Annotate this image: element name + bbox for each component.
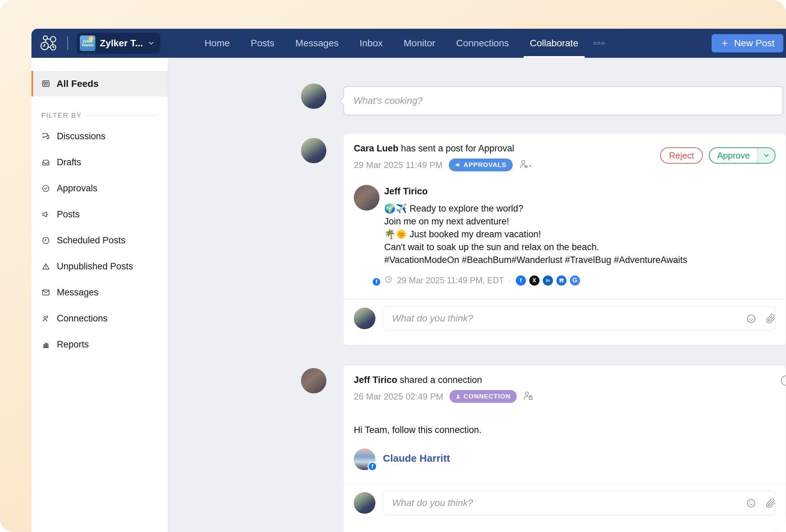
sidebar-item-reports[interactable]: Reports	[31, 332, 168, 358]
posts-icon	[41, 210, 50, 219]
filter-by-heading: FILTER BY	[31, 111, 168, 119]
approve-button[interactable]: Approve	[709, 147, 776, 164]
comment-input[interactable]	[392, 498, 731, 508]
sidebar-item-scheduled-posts[interactable]: Scheduled Posts	[31, 227, 168, 253]
facebook-badge-icon: f	[368, 462, 377, 471]
assignee-visibility-icon[interactable]	[519, 159, 532, 171]
nav-item-connections[interactable]: Connections	[446, 29, 519, 58]
avatar[interactable]	[354, 185, 379, 211]
avatar[interactable]	[301, 368, 326, 393]
comment-row	[344, 484, 786, 522]
zoho-social-logo-icon[interactable]	[40, 34, 61, 52]
badge-label: CONNECTION	[464, 393, 511, 400]
nav-item-collaborate[interactable]: Collaborate	[519, 29, 589, 58]
post-timestamp: 29 Mar 2025 11:49 PM	[354, 160, 443, 170]
new-post-button[interactable]: New Post	[712, 34, 783, 52]
post-title: Jeff Tirico shared a connection	[354, 375, 776, 385]
all-feeds-label: All Feeds	[56, 78, 98, 89]
divider	[67, 37, 68, 50]
avatar[interactable]	[354, 308, 375, 329]
facebook-icon[interactable]: f	[516, 275, 526, 286]
more-menu-icon[interactable]	[590, 29, 608, 58]
linkedin-icon[interactable]: in	[543, 275, 553, 286]
chevron-down-icon	[147, 40, 155, 47]
comment-input[interactable]	[392, 313, 731, 324]
brand-selector[interactable]: Zylker Travels Zylker T...	[77, 33, 160, 54]
unpublished-posts-icon	[41, 262, 50, 271]
post-text: 🌍✈️ Ready to explore the world? Join me …	[384, 202, 687, 266]
google-icon[interactable]: G	[570, 275, 580, 286]
reject-button[interactable]: Reject	[660, 147, 703, 164]
sidebar-item-approvals[interactable]: Approvals	[31, 175, 168, 201]
plus-icon	[720, 39, 729, 48]
shared-connection: f Claude Harritt	[344, 449, 786, 470]
inner-post-author[interactable]: Jeff Tirico	[384, 186, 687, 197]
dot-separator: ·	[508, 275, 511, 285]
composer-row	[301, 83, 786, 115]
filter-label: Reports	[57, 339, 89, 350]
nav-item-home[interactable]: Home	[194, 29, 240, 58]
composer-input[interactable]	[353, 95, 773, 106]
filter-label: Drafts	[57, 157, 81, 168]
post-action: shared a connection	[400, 375, 482, 385]
connection-post-card: Jeff Tirico shared a connection 26 Mar 2…	[343, 365, 786, 532]
feed-area: Cara Lueb has sent a post for Approval 2…	[168, 58, 786, 532]
sidebar-item-all-feeds[interactable]: All Feeds	[31, 71, 168, 96]
filter-label: Discussions	[57, 131, 106, 142]
nav-item-monitor[interactable]: Monitor	[393, 29, 445, 58]
nav-item-messages[interactable]: Messages	[285, 29, 349, 58]
filter-label: Posts	[57, 209, 80, 220]
inner-social-post: f Jeff Tirico 🌍✈️ Ready to explore the w…	[344, 185, 786, 286]
private-visibility-icon[interactable]	[523, 391, 534, 402]
all-feeds-icon	[41, 79, 50, 88]
author-name[interactable]: Cara Lueb	[354, 143, 398, 153]
chevron-down-icon	[763, 152, 770, 159]
emoji-icon[interactable]	[746, 314, 756, 324]
new-post-label: New Post	[734, 38, 775, 49]
filter-by-label: FILTER BY	[41, 111, 82, 119]
attachment-icon[interactable]	[766, 314, 776, 324]
filter-label: Connections	[57, 313, 108, 324]
filter-label: Scheduled Posts	[57, 235, 125, 246]
sidebar-item-discussions[interactable]: Discussions	[31, 123, 168, 149]
post-message: Hi Team, follow this connection.	[344, 425, 786, 435]
approve-label: Approve	[710, 148, 757, 163]
avatar[interactable]	[301, 83, 326, 109]
post-timestamp: 26 Mar 2025 02:49 PM	[354, 391, 443, 402]
connection-badge: CONNECTION	[449, 390, 517, 403]
brand-logo: Zylker Travels	[80, 35, 95, 51]
scheduled-posts-icon	[41, 236, 50, 245]
comment-row	[344, 299, 786, 337]
filter-label: Approvals	[57, 183, 97, 194]
x-icon[interactable]: X	[529, 275, 539, 286]
approve-options-toggle[interactable]	[757, 148, 775, 163]
app-window: Zylker Travels Zylker T... Home Posts Me…	[31, 29, 786, 532]
emoji-icon[interactable]	[746, 498, 756, 508]
facebook-badge-icon: f	[372, 277, 381, 287]
clock-icon	[384, 275, 393, 286]
messages-icon	[41, 288, 50, 297]
nav-item-inbox[interactable]: Inbox	[349, 29, 393, 58]
approvals-badge: APPROVALS	[449, 159, 513, 171]
nav-item-posts[interactable]: Posts	[240, 29, 285, 58]
sidebar-item-connections[interactable]: Connections	[31, 306, 168, 332]
primary-nav: Home Posts Messages Inbox Monitor Connec…	[194, 29, 608, 58]
post-title: Cara Lueb has sent a post for Approval	[354, 143, 660, 154]
sidebar-item-posts[interactable]: Posts	[31, 201, 168, 227]
connection-profile-link[interactable]: Claude Harritt	[383, 453, 450, 464]
google-business-icon[interactable]	[556, 275, 567, 286]
feed-item-connection: Jeff Tirico shared a connection 26 Mar 2…	[301, 365, 786, 532]
author-name[interactable]: Jeff Tirico	[354, 375, 397, 385]
sidebar-item-unpublished-posts[interactable]: Unpublished Posts	[31, 253, 168, 280]
brand-name: Zylker T...	[100, 38, 143, 49]
sidebar-item-messages[interactable]: Messages	[31, 280, 168, 306]
approvals-icon	[41, 184, 50, 193]
filter-label: Messages	[57, 287, 98, 298]
feed-item-approval: Cara Lueb has sent a post for Approval 2…	[301, 134, 786, 345]
avatar[interactable]	[354, 492, 375, 514]
avatar[interactable]	[301, 138, 326, 163]
sidebar-item-drafts[interactable]: Drafts	[31, 149, 168, 175]
filter-list: Discussions Drafts Approvals Posts Sched…	[31, 123, 168, 358]
screenshot-frame: Zylker Travels Zylker T... Home Posts Me…	[0, 0, 786, 532]
attachment-icon[interactable]	[766, 498, 776, 508]
